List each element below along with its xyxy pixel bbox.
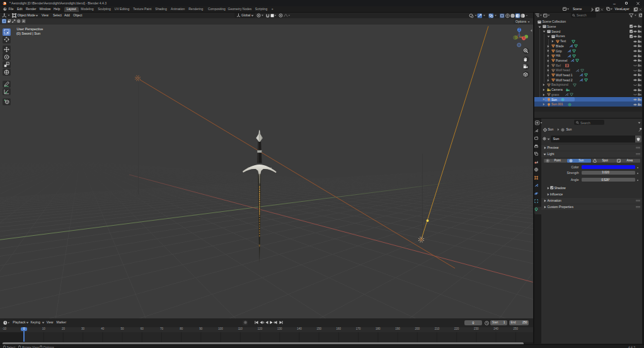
svg-text:X: X xyxy=(523,37,525,40)
svg-text:Z: Z xyxy=(519,28,520,32)
